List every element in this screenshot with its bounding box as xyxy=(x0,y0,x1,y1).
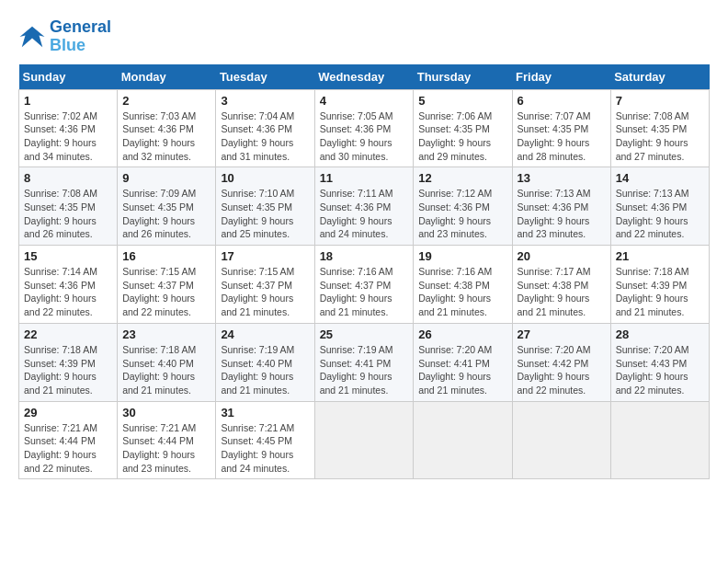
calendar-cell: 28 Sunrise: 7:20 AM Sunset: 4:43 PM Dayl… xyxy=(610,323,709,401)
calendar-cell: 10 Sunrise: 7:10 AM Sunset: 4:35 PM Dayl… xyxy=(216,167,314,246)
day-info: Sunrise: 7:13 AM Sunset: 4:36 PM Dayligh… xyxy=(518,187,606,241)
day-info: Sunrise: 7:09 AM Sunset: 4:35 PM Dayligh… xyxy=(122,187,210,241)
calendar-cell: 1 Sunrise: 7:02 AM Sunset: 4:36 PM Dayli… xyxy=(19,89,118,167)
day-info: Sunrise: 7:20 AM Sunset: 4:42 PM Dayligh… xyxy=(518,343,606,397)
day-info: Sunrise: 7:10 AM Sunset: 4:35 PM Dayligh… xyxy=(221,187,309,241)
calendar-cell: 17 Sunrise: 7:15 AM Sunset: 4:37 PM Dayl… xyxy=(216,246,314,324)
calendar-cell xyxy=(512,401,610,479)
day-info: Sunrise: 7:12 AM Sunset: 4:36 PM Dayligh… xyxy=(418,187,506,241)
weekday-header-tuesday: Tuesday xyxy=(216,64,314,90)
calendar-cell: 24 Sunrise: 7:19 AM Sunset: 4:40 PM Dayl… xyxy=(216,323,314,401)
calendar-week-5: 29 Sunrise: 7:21 AM Sunset: 4:44 PM Dayl… xyxy=(19,401,710,479)
day-info: Sunrise: 7:21 AM Sunset: 4:44 PM Dayligh… xyxy=(122,421,210,476)
calendar-cell: 15 Sunrise: 7:14 AM Sunset: 4:36 PM Dayl… xyxy=(19,246,118,324)
day-info: Sunrise: 7:17 AM Sunset: 4:38 PM Dayligh… xyxy=(518,265,606,319)
day-number: 1 xyxy=(24,94,112,108)
day-info: Sunrise: 7:15 AM Sunset: 4:37 PM Dayligh… xyxy=(221,265,309,319)
day-number: 10 xyxy=(221,171,309,185)
calendar-cell: 11 Sunrise: 7:11 AM Sunset: 4:36 PM Dayl… xyxy=(314,167,414,246)
weekday-header-sunday: Sunday xyxy=(19,64,118,90)
calendar-cell: 19 Sunrise: 7:16 AM Sunset: 4:38 PM Dayl… xyxy=(414,246,512,324)
weekday-header-saturday: Saturday xyxy=(610,64,709,90)
day-number: 3 xyxy=(221,94,309,108)
page-container: General Blue SundayMondayTuesdayWednesda… xyxy=(18,18,710,479)
day-number: 15 xyxy=(24,249,112,263)
day-info: Sunrise: 7:19 AM Sunset: 4:41 PM Dayligh… xyxy=(320,343,409,397)
calendar-cell: 13 Sunrise: 7:13 AM Sunset: 4:36 PM Dayl… xyxy=(512,167,610,246)
calendar-cell: 25 Sunrise: 7:19 AM Sunset: 4:41 PM Dayl… xyxy=(314,323,414,401)
calendar-table: SundayMondayTuesdayWednesdayThursdayFrid… xyxy=(18,64,710,480)
day-number: 7 xyxy=(616,94,704,108)
calendar-cell: 21 Sunrise: 7:18 AM Sunset: 4:39 PM Dayl… xyxy=(610,246,709,324)
day-number: 25 xyxy=(320,327,409,341)
header: General Blue xyxy=(18,18,710,55)
day-number: 14 xyxy=(616,171,704,185)
calendar-cell: 22 Sunrise: 7:18 AM Sunset: 4:39 PM Dayl… xyxy=(19,323,118,401)
calendar-week-2: 8 Sunrise: 7:08 AM Sunset: 4:35 PM Dayli… xyxy=(19,167,710,246)
day-number: 17 xyxy=(221,249,309,263)
calendar-cell: 4 Sunrise: 7:05 AM Sunset: 4:36 PM Dayli… xyxy=(314,89,414,167)
day-info: Sunrise: 7:03 AM Sunset: 4:36 PM Dayligh… xyxy=(122,109,210,164)
logo-icon xyxy=(18,23,46,51)
calendar-week-3: 15 Sunrise: 7:14 AM Sunset: 4:36 PM Dayl… xyxy=(19,246,710,324)
day-number: 29 xyxy=(24,406,112,419)
calendar-cell: 6 Sunrise: 7:07 AM Sunset: 4:35 PM Dayli… xyxy=(512,89,610,167)
day-number: 4 xyxy=(320,94,409,108)
day-number: 13 xyxy=(518,171,606,185)
day-info: Sunrise: 7:11 AM Sunset: 4:36 PM Dayligh… xyxy=(320,187,409,241)
weekday-header-friday: Friday xyxy=(512,64,610,90)
day-number: 20 xyxy=(518,249,606,263)
day-number: 27 xyxy=(518,327,606,341)
day-number: 18 xyxy=(320,249,409,263)
logo-text: General Blue xyxy=(50,18,111,55)
weekday-header-thursday: Thursday xyxy=(414,64,512,90)
day-number: 26 xyxy=(418,327,506,341)
day-number: 30 xyxy=(122,406,210,419)
day-info: Sunrise: 7:08 AM Sunset: 4:35 PM Dayligh… xyxy=(616,109,704,164)
calendar-week-1: 1 Sunrise: 7:02 AM Sunset: 4:36 PM Dayli… xyxy=(19,89,710,167)
day-info: Sunrise: 7:16 AM Sunset: 4:37 PM Dayligh… xyxy=(320,265,409,319)
day-info: Sunrise: 7:20 AM Sunset: 4:43 PM Dayligh… xyxy=(616,343,704,397)
day-info: Sunrise: 7:08 AM Sunset: 4:35 PM Dayligh… xyxy=(24,187,112,241)
calendar-week-4: 22 Sunrise: 7:18 AM Sunset: 4:39 PM Dayl… xyxy=(19,323,710,401)
calendar-cell: 3 Sunrise: 7:04 AM Sunset: 4:36 PM Dayli… xyxy=(216,89,314,167)
day-info: Sunrise: 7:06 AM Sunset: 4:35 PM Dayligh… xyxy=(418,109,506,164)
day-info: Sunrise: 7:13 AM Sunset: 4:36 PM Dayligh… xyxy=(616,187,704,241)
svg-marker-0 xyxy=(20,27,45,48)
day-number: 21 xyxy=(616,249,704,263)
calendar-cell: 20 Sunrise: 7:17 AM Sunset: 4:38 PM Dayl… xyxy=(512,246,610,324)
calendar-cell: 31 Sunrise: 7:21 AM Sunset: 4:45 PM Dayl… xyxy=(216,401,314,479)
day-number: 12 xyxy=(418,171,506,185)
day-number: 19 xyxy=(418,249,506,263)
calendar-cell xyxy=(314,401,414,479)
day-info: Sunrise: 7:19 AM Sunset: 4:40 PM Dayligh… xyxy=(221,343,309,397)
day-number: 28 xyxy=(616,327,704,341)
day-number: 8 xyxy=(24,171,112,185)
logo: General Blue xyxy=(18,18,111,55)
day-info: Sunrise: 7:18 AM Sunset: 4:39 PM Dayligh… xyxy=(616,265,704,319)
calendar-cell: 7 Sunrise: 7:08 AM Sunset: 4:35 PM Dayli… xyxy=(610,89,709,167)
calendar-cell: 27 Sunrise: 7:20 AM Sunset: 4:42 PM Dayl… xyxy=(512,323,610,401)
day-info: Sunrise: 7:18 AM Sunset: 4:40 PM Dayligh… xyxy=(122,343,210,397)
day-number: 5 xyxy=(418,94,506,108)
weekday-header-monday: Monday xyxy=(118,64,216,90)
day-number: 22 xyxy=(24,327,112,341)
calendar-cell: 9 Sunrise: 7:09 AM Sunset: 4:35 PM Dayli… xyxy=(118,167,216,246)
calendar-cell: 18 Sunrise: 7:16 AM Sunset: 4:37 PM Dayl… xyxy=(314,246,414,324)
calendar-cell: 12 Sunrise: 7:12 AM Sunset: 4:36 PM Dayl… xyxy=(414,167,512,246)
day-number: 6 xyxy=(518,94,606,108)
day-info: Sunrise: 7:21 AM Sunset: 4:45 PM Dayligh… xyxy=(221,421,309,476)
calendar-header-row: SundayMondayTuesdayWednesdayThursdayFrid… xyxy=(19,64,710,90)
calendar-cell: 23 Sunrise: 7:18 AM Sunset: 4:40 PM Dayl… xyxy=(118,323,216,401)
day-info: Sunrise: 7:05 AM Sunset: 4:36 PM Dayligh… xyxy=(320,109,409,164)
calendar-cell: 26 Sunrise: 7:20 AM Sunset: 4:41 PM Dayl… xyxy=(414,323,512,401)
day-number: 31 xyxy=(221,406,309,419)
calendar-cell xyxy=(414,401,512,479)
day-info: Sunrise: 7:14 AM Sunset: 4:36 PM Dayligh… xyxy=(24,265,112,319)
day-number: 23 xyxy=(122,327,210,341)
day-info: Sunrise: 7:16 AM Sunset: 4:38 PM Dayligh… xyxy=(418,265,506,319)
day-info: Sunrise: 7:02 AM Sunset: 4:36 PM Dayligh… xyxy=(24,109,112,164)
day-number: 16 xyxy=(122,249,210,263)
day-info: Sunrise: 7:04 AM Sunset: 4:36 PM Dayligh… xyxy=(221,109,309,164)
day-info: Sunrise: 7:15 AM Sunset: 4:37 PM Dayligh… xyxy=(122,265,210,319)
